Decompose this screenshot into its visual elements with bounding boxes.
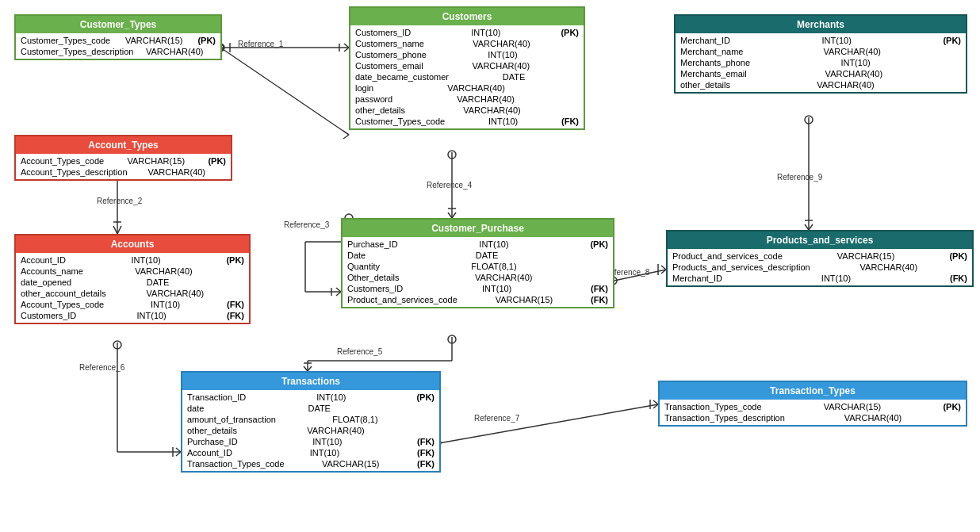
table-row: date DATE (187, 403, 434, 414)
col-name: Account_Types_code (21, 156, 104, 166)
table-accounts: Accounts Account_ID INT(10) (PK) Account… (14, 234, 251, 324)
col-name: other_account_details (21, 289, 106, 298)
svg-line-26 (452, 212, 456, 218)
col-name: Accounts_name (21, 266, 83, 276)
table-customer-types: Customer_Types Customer_Types_code VARCH… (14, 14, 222, 60)
col-type: VARCHAR(15) (824, 402, 882, 411)
erd-diagram: Reference_1 Reference_2 Reference_3 Refe… (0, 0, 980, 532)
col-key: (FK) (561, 117, 579, 126)
table-row: Transaction_Types_description VARCHAR(40… (664, 412, 961, 423)
table-row: other_account_details VARCHAR(40) (21, 288, 244, 299)
col-name: Products_and_services_description (672, 262, 810, 272)
col-type: FLOAT(8,1) (471, 262, 516, 271)
col-name: Merchant_name (680, 47, 744, 56)
table-row: other_details VARCHAR(40) (187, 425, 434, 436)
col-name: date_became_customer (355, 72, 449, 82)
col-type: DATE (308, 404, 331, 413)
table-row: Date DATE (347, 250, 608, 261)
table-row: other_details VARCHAR(40) (355, 105, 579, 116)
table-header-transaction-types: Transaction_Types (660, 382, 966, 400)
table-body-customer-types: Customer_Types_code VARCHAR(15) (PK) Cus… (16, 33, 220, 59)
table-body-account-types: Account_Types_code VARCHAR(15) (PK) Acco… (16, 154, 231, 179)
svg-line-2 (343, 131, 349, 135)
col-type: INT(10) (312, 437, 342, 446)
col-type: VARCHAR(40) (860, 262, 918, 272)
col-type: VARCHAR(40) (147, 289, 205, 298)
svg-point-52 (805, 116, 813, 124)
table-row: date_became_customer DATE (355, 71, 579, 82)
col-name: Transaction_Types_code (664, 402, 762, 411)
col-name: Quantity (347, 262, 380, 271)
ref-label-4: Reference_4 (427, 181, 472, 189)
table-row: login VARCHAR(40) (355, 82, 579, 94)
table-row: Merchant_name VARCHAR(40) (680, 46, 961, 57)
table-body-transaction-types: Transaction_Types_code VARCHAR(15) (PK) … (660, 400, 966, 425)
col-type: DATE (503, 72, 526, 82)
table-row: date_opened DATE (21, 277, 244, 288)
table-row: password VARCHAR(40) (355, 94, 579, 105)
col-type: VARCHAR(15) (125, 36, 183, 45)
table-row: Accounts_name VARCHAR(40) (21, 266, 244, 277)
ref-label-1: Reference_1 (238, 40, 283, 48)
col-name: Customers_email (355, 61, 423, 71)
table-row: Product_and_services_code VARCHAR(15) (F… (347, 294, 608, 305)
col-type: INT(10) (488, 117, 518, 126)
table-row: Customers_phone INT(10) (355, 49, 579, 60)
table-body-customers: Customers_ID INT(10) (PK) Customers_name… (350, 25, 584, 128)
table-row: Customer_Types_description VARCHAR(40) (21, 46, 216, 57)
table-row: Customers_name VARCHAR(40) (355, 38, 579, 49)
col-type: INT(10) (137, 311, 167, 320)
col-name: Merchant_ID (680, 36, 730, 45)
table-account-types: Account_Types Account_Types_code VARCHAR… (14, 135, 232, 181)
col-name: login (355, 83, 373, 93)
table-row: Merchants_phone INT(10) (680, 57, 961, 68)
col-name: Date (347, 251, 366, 260)
table-body-customer-purchase: Purchase_ID INT(10) (PK) Date DATE Quant… (343, 237, 613, 307)
table-body-products-services: Product_and_services_code VARCHAR(15) (P… (668, 249, 972, 285)
table-row: other_details VARCHAR(40) (680, 79, 961, 90)
table-header-accounts: Accounts (16, 235, 249, 253)
table-products-services: Products_and_services Product_and_servic… (666, 230, 974, 287)
table-row: Merchant_ID INT(10) (FK) (672, 273, 967, 284)
col-name: other_details (187, 426, 237, 435)
table-row: Merchant_ID INT(10) (PK) (680, 35, 961, 46)
table-row: Purchase_ID INT(10) (PK) (347, 239, 608, 250)
col-type: INT(10) (479, 239, 508, 249)
col-name: Customers_phone (355, 50, 427, 59)
col-type: INT(10) (471, 28, 500, 37)
col-type: VARCHAR(40) (825, 69, 883, 78)
col-type: VARCHAR(40) (148, 167, 206, 177)
table-merchants: Merchants Merchant_ID INT(10) (PK) Merch… (674, 14, 967, 94)
col-name: other_details (680, 80, 730, 90)
table-row: Account_ID INT(10) (PK) (21, 255, 244, 266)
col-type: INT(10) (840, 58, 870, 67)
col-key: (PK) (943, 402, 961, 411)
col-type: FLOAT(8,1) (332, 415, 377, 424)
col-type: VARCHAR(15) (496, 295, 553, 304)
col-type: VARCHAR(15) (128, 156, 186, 166)
col-key: (PK) (197, 36, 216, 45)
col-name: date_opened (21, 277, 71, 287)
col-key: (PK) (208, 156, 226, 166)
col-type: DATE (147, 277, 170, 287)
col-type: INT(10) (131, 255, 160, 265)
table-row: Transaction_Types_code VARCHAR(15) (PK) (664, 401, 961, 412)
svg-line-53 (805, 224, 809, 230)
svg-line-3 (343, 135, 349, 139)
col-type: VARCHAR(40) (473, 61, 530, 71)
col-name: Account_Types_description (21, 167, 128, 177)
table-body-merchants: Merchant_ID INT(10) (PK) Merchant_name V… (676, 33, 966, 92)
col-name: password (355, 94, 392, 104)
table-row: Account_Types_description VARCHAR(40) (21, 166, 226, 178)
table-row: Account_Types_code VARCHAR(15) (PK) (21, 155, 226, 166)
col-key: (FK) (950, 274, 967, 283)
table-body-transactions: Transaction_ID INT(10) (PK) date DATE am… (182, 390, 439, 471)
col-type: INT(10) (821, 274, 851, 283)
col-type: VARCHAR(15) (837, 251, 895, 261)
table-row: Customers_email VARCHAR(40) (355, 60, 579, 71)
table-row: Customers_ID INT(10) (FK) (21, 310, 244, 321)
table-row: Merchants_email VARCHAR(40) (680, 68, 961, 79)
col-key: (FK) (417, 437, 434, 446)
table-row: Product_and_services_code VARCHAR(15) (P… (672, 251, 967, 262)
col-name: Other_details (347, 273, 399, 282)
